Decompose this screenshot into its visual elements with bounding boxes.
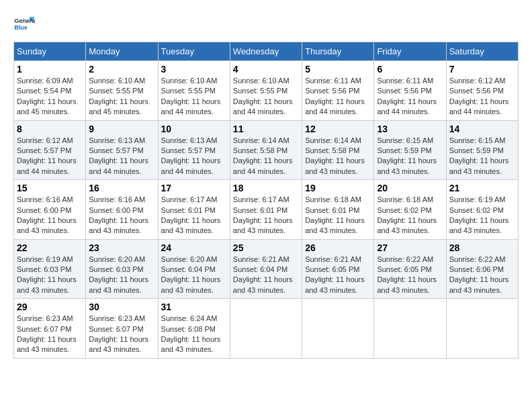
calendar-day-cell: 19 Sunrise: 6:18 AM Sunset: 6:01 PM Dayl…: [302, 180, 374, 240]
calendar-day-cell: 23 Sunrise: 6:20 AM Sunset: 6:03 PM Dayl…: [86, 239, 158, 299]
calendar-day-cell: 29 Sunrise: 6:23 AM Sunset: 6:07 PM Dayl…: [14, 299, 86, 359]
day-info: Sunrise: 6:11 AM Sunset: 5:56 PM Dayligh…: [377, 76, 443, 118]
day-info: Sunrise: 6:16 AM Sunset: 6:00 PM Dayligh…: [89, 195, 154, 236]
calendar-day-cell: 11 Sunrise: 6:14 AM Sunset: 5:58 PM Dayl…: [230, 120, 302, 180]
day-number: 21: [449, 183, 515, 193]
day-info: Sunrise: 6:24 AM Sunset: 6:08 PM Dayligh…: [161, 314, 227, 355]
day-number: 28: [449, 242, 515, 253]
day-info: Sunrise: 6:12 AM Sunset: 5:56 PM Dayligh…: [449, 76, 515, 118]
calendar-day-cell: 10 Sunrise: 6:13 AM Sunset: 5:57 PM Dayl…: [158, 120, 230, 180]
calendar-day-cell: 21 Sunrise: 6:19 AM Sunset: 6:02 PM Dayl…: [446, 180, 518, 240]
day-info: Sunrise: 6:11 AM Sunset: 5:56 PM Dayligh…: [305, 76, 371, 118]
day-info: Sunrise: 6:17 AM Sunset: 6:01 PM Dayligh…: [161, 195, 227, 236]
empty-cell: [302, 299, 374, 359]
calendar-day-cell: 20 Sunrise: 6:18 AM Sunset: 6:02 PM Dayl…: [374, 180, 446, 240]
day-number: 31: [161, 302, 227, 312]
day-of-week-wednesday: Wednesday: [230, 42, 302, 61]
day-number: 23: [89, 242, 154, 253]
day-number: 14: [449, 124, 515, 134]
day-info: Sunrise: 6:22 AM Sunset: 6:06 PM Dayligh…: [449, 255, 515, 296]
calendar-day-cell: 8 Sunrise: 6:12 AM Sunset: 5:57 PM Dayli…: [14, 120, 86, 180]
day-number: 12: [305, 124, 371, 134]
day-number: 19: [305, 183, 371, 193]
day-number: 15: [17, 183, 83, 193]
day-number: 7: [449, 64, 515, 75]
day-number: 9: [89, 124, 154, 134]
day-info: Sunrise: 6:23 AM Sunset: 6:07 PM Dayligh…: [89, 314, 154, 355]
day-number: 25: [233, 242, 299, 253]
empty-cell: [374, 299, 446, 359]
day-info: Sunrise: 6:23 AM Sunset: 6:07 PM Dayligh…: [17, 314, 83, 355]
day-number: 20: [377, 183, 443, 193]
day-of-week-saturday: Saturday: [446, 42, 518, 61]
day-of-week-friday: Friday: [374, 42, 446, 61]
day-info: Sunrise: 6:12 AM Sunset: 5:57 PM Dayligh…: [17, 136, 83, 177]
calendar-day-cell: 5 Sunrise: 6:11 AM Sunset: 5:56 PM Dayli…: [302, 61, 374, 121]
day-info: Sunrise: 6:21 AM Sunset: 6:04 PM Dayligh…: [233, 255, 299, 296]
calendar-day-cell: 17 Sunrise: 6:17 AM Sunset: 6:01 PM Dayl…: [158, 180, 230, 240]
calendar-day-cell: 1 Sunrise: 6:09 AM Sunset: 5:54 PM Dayli…: [14, 61, 86, 121]
day-info: Sunrise: 6:10 AM Sunset: 5:55 PM Dayligh…: [161, 76, 227, 118]
day-info: Sunrise: 6:20 AM Sunset: 6:03 PM Dayligh…: [89, 255, 154, 296]
calendar-week-row: 22 Sunrise: 6:19 AM Sunset: 6:03 PM Dayl…: [14, 239, 519, 299]
calendar-day-cell: 9 Sunrise: 6:13 AM Sunset: 5:57 PM Dayli…: [86, 120, 158, 180]
day-info: Sunrise: 6:13 AM Sunset: 5:57 PM Dayligh…: [161, 136, 227, 177]
day-number: 22: [17, 242, 83, 253]
day-number: 11: [233, 124, 299, 134]
calendar-week-row: 1 Sunrise: 6:09 AM Sunset: 5:54 PM Dayli…: [14, 61, 519, 121]
day-info: Sunrise: 6:15 AM Sunset: 5:59 PM Dayligh…: [449, 136, 515, 177]
day-number: 18: [233, 183, 299, 193]
day-info: Sunrise: 6:09 AM Sunset: 5:54 PM Dayligh…: [17, 76, 83, 118]
day-number: 30: [89, 302, 154, 312]
day-info: Sunrise: 6:17 AM Sunset: 6:01 PM Dayligh…: [233, 195, 299, 236]
page-header: General Blue: [13, 13, 519, 35]
day-info: Sunrise: 6:13 AM Sunset: 5:57 PM Dayligh…: [89, 136, 154, 177]
logo-icon: General Blue: [13, 13, 35, 35]
calendar-day-cell: 13 Sunrise: 6:15 AM Sunset: 5:59 PM Dayl…: [374, 120, 446, 180]
calendar-day-cell: 30 Sunrise: 6:23 AM Sunset: 6:07 PM Dayl…: [86, 299, 158, 359]
day-info: Sunrise: 6:19 AM Sunset: 6:02 PM Dayligh…: [449, 195, 515, 236]
calendar-week-row: 8 Sunrise: 6:12 AM Sunset: 5:57 PM Dayli…: [14, 120, 519, 180]
day-number: 16: [89, 183, 154, 193]
logo: General Blue: [13, 13, 35, 35]
day-number: 26: [305, 242, 371, 253]
svg-text:Blue: Blue: [14, 24, 27, 31]
day-info: Sunrise: 6:10 AM Sunset: 5:55 PM Dayligh…: [233, 76, 299, 118]
calendar-day-cell: 14 Sunrise: 6:15 AM Sunset: 5:59 PM Dayl…: [446, 120, 518, 180]
day-of-week-tuesday: Tuesday: [158, 42, 230, 61]
day-info: Sunrise: 6:14 AM Sunset: 5:58 PM Dayligh…: [233, 136, 299, 177]
day-number: 2: [89, 64, 154, 75]
empty-cell: [446, 299, 518, 359]
calendar-day-cell: 26 Sunrise: 6:21 AM Sunset: 6:05 PM Dayl…: [302, 239, 374, 299]
day-number: 17: [161, 183, 227, 193]
calendar-day-cell: 31 Sunrise: 6:24 AM Sunset: 6:08 PM Dayl…: [158, 299, 230, 359]
day-info: Sunrise: 6:18 AM Sunset: 6:01 PM Dayligh…: [305, 195, 371, 236]
day-info: Sunrise: 6:15 AM Sunset: 5:59 PM Dayligh…: [377, 136, 443, 177]
empty-cell: [230, 299, 302, 359]
calendar-day-cell: 4 Sunrise: 6:10 AM Sunset: 5:55 PM Dayli…: [230, 61, 302, 121]
day-number: 10: [161, 124, 227, 134]
day-info: Sunrise: 6:22 AM Sunset: 6:05 PM Dayligh…: [377, 255, 443, 296]
day-info: Sunrise: 6:10 AM Sunset: 5:55 PM Dayligh…: [89, 76, 154, 118]
day-number: 5: [305, 64, 371, 75]
day-number: 24: [161, 242, 227, 253]
calendar-week-row: 29 Sunrise: 6:23 AM Sunset: 6:07 PM Dayl…: [14, 299, 519, 359]
day-info: Sunrise: 6:14 AM Sunset: 5:58 PM Dayligh…: [305, 136, 371, 177]
day-of-week-monday: Monday: [86, 42, 158, 61]
calendar-day-cell: 25 Sunrise: 6:21 AM Sunset: 6:04 PM Dayl…: [230, 239, 302, 299]
day-number: 3: [161, 64, 227, 75]
day-number: 13: [377, 124, 443, 134]
calendar-day-cell: 22 Sunrise: 6:19 AM Sunset: 6:03 PM Dayl…: [14, 239, 86, 299]
day-number: 27: [377, 242, 443, 253]
calendar-day-cell: 3 Sunrise: 6:10 AM Sunset: 5:55 PM Dayli…: [158, 61, 230, 121]
day-info: Sunrise: 6:21 AM Sunset: 6:05 PM Dayligh…: [305, 255, 371, 296]
day-number: 4: [233, 64, 299, 75]
day-info: Sunrise: 6:18 AM Sunset: 6:02 PM Dayligh…: [377, 195, 443, 236]
day-number: 1: [17, 64, 83, 75]
day-info: Sunrise: 6:20 AM Sunset: 6:04 PM Dayligh…: [161, 255, 227, 296]
calendar-day-cell: 24 Sunrise: 6:20 AM Sunset: 6:04 PM Dayl…: [158, 239, 230, 299]
calendar-day-cell: 15 Sunrise: 6:16 AM Sunset: 6:00 PM Dayl…: [14, 180, 86, 240]
calendar-day-cell: 6 Sunrise: 6:11 AM Sunset: 5:56 PM Dayli…: [374, 61, 446, 121]
calendar-week-row: 15 Sunrise: 6:16 AM Sunset: 6:00 PM Dayl…: [14, 180, 519, 240]
calendar-day-cell: 27 Sunrise: 6:22 AM Sunset: 6:05 PM Dayl…: [374, 239, 446, 299]
